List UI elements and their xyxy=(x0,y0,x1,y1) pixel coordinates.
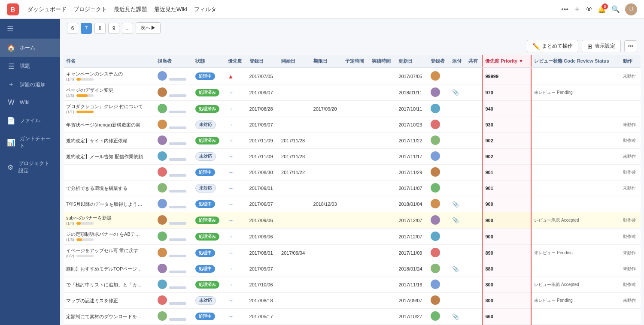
more-icon[interactable]: ••• xyxy=(561,6,568,13)
table-wrapper: 件名 担当者 状態 優先度 登録日 開始日 期限日 予定時間 実績時間 更新日 … xyxy=(60,55,644,325)
col-title[interactable]: 件名 xyxy=(64,55,155,68)
col-priority[interactable]: 優先度 xyxy=(225,55,247,68)
col-scheduled-hours[interactable]: 予定時間 xyxy=(343,55,369,68)
nav-recent-wiki[interactable]: 最近見たWiki xyxy=(154,6,187,13)
search-icon[interactable]: 🔍 xyxy=(611,5,620,13)
sidebar-item-home[interactable]: 🏠 ホーム xyxy=(0,39,60,57)
cell-attachment xyxy=(450,277,466,293)
nav-filter[interactable]: フィルタ xyxy=(194,6,216,13)
table-row[interactable]: ジの定額制訴求バナーの をABテストで変更 (1/3) 処理済み → 2017/… xyxy=(64,229,641,245)
cell-status: 処理中 xyxy=(193,309,225,325)
sidebar-label-files: ファイル xyxy=(20,117,40,124)
table-row[interactable]: で分析できる環境を構築する 未対応 → 2017/09/012017/11/07… xyxy=(64,181,641,196)
priority-arrow-icon: → xyxy=(228,169,234,176)
table-row[interactable]: プロダクション』クレジ 付について (1/1) 処理済み → 2017/08/2… xyxy=(64,101,641,117)
cell-action: 未動作 xyxy=(620,293,641,309)
sidebar-item-files[interactable]: 📄 ファイル xyxy=(0,111,60,130)
sidebar: ☰ 🏠 ホーム ☰ 課題 + 課題の追加 W Wiki 📄 ファイル 📊 ガント… xyxy=(0,19,60,325)
nav-projects[interactable]: プロジェクト xyxy=(73,6,107,13)
table-row[interactable]: イページをアップセル可 常に戻す (0/2) 処理中 → 2017/08/012… xyxy=(64,245,641,261)
cell-priority-arrow: → xyxy=(225,245,247,261)
table-row[interactable]: ページのデザイン変更 (2/3) 処理済み → 2017/09/072018/0… xyxy=(64,84,641,101)
priority-arrow-icon: → xyxy=(228,185,234,192)
cell-review xyxy=(531,133,620,149)
nav-recent-issues[interactable]: 最近見た課題 xyxy=(114,6,147,13)
table-row[interactable]: 顧則】おすすめモデルTOPページに定 ナーを置く 処理中 → 2017/09/0… xyxy=(64,261,641,277)
page-6[interactable]: 6 xyxy=(67,23,78,34)
cell-title: 年賀状ページ(/nenga)新構造案の実 xyxy=(64,117,155,133)
table-row[interactable]: 規約改定】サイト内修正依頼 処理済み → 2017/11/092017/11/2… xyxy=(64,133,641,149)
sidebar-label-settings: プロジェクト設定 xyxy=(18,160,53,175)
bulk-operation-button[interactable]: ✏️ まとめて操作 xyxy=(527,40,578,52)
table-row[interactable]: マップの記述ミスを修正 未対応 → 2017/08/182017/09/07 8… xyxy=(64,293,641,309)
page-8[interactable]: 8 xyxy=(94,23,106,34)
assignee-avatar xyxy=(158,71,167,81)
assignee-name-placeholder xyxy=(169,190,186,193)
cell-shared xyxy=(466,309,483,325)
action-status-text: 動作確 xyxy=(623,170,636,175)
sidebar-toggle[interactable]: ☰ xyxy=(0,19,60,39)
page-next-button[interactable]: 次へ▶ xyxy=(136,22,161,34)
col-actual-hours[interactable]: 実績時間 xyxy=(369,55,396,68)
page-7[interactable]: 7 xyxy=(81,23,92,34)
col-registrar[interactable]: 登録者 xyxy=(428,55,450,68)
cell-due xyxy=(311,212,343,229)
col-status[interactable]: 状態 xyxy=(193,55,225,68)
cell-shared xyxy=(466,117,483,133)
table-row[interactable]: で「検討中リストに追加」と「カン しようとして、左下の「今すぐログイ ログイン出… xyxy=(64,277,641,293)
registrar-avatar xyxy=(431,232,440,241)
cell-updated: 2017/11/17 xyxy=(396,149,428,165)
cell-attachment: 📎 xyxy=(450,84,466,101)
toolbar-more-button[interactable]: ••• xyxy=(624,40,637,52)
cell-shared xyxy=(466,212,483,229)
cell-status: 処理済み xyxy=(193,229,225,245)
cell-registered: 2017/08/01 xyxy=(247,245,279,261)
nav-dashboard[interactable]: ダッシュボード xyxy=(27,6,67,13)
col-attachment[interactable]: 添付 xyxy=(450,55,466,68)
page-9[interactable]: 9 xyxy=(108,23,119,34)
col-start[interactable]: 開始日 xyxy=(279,55,310,68)
cell-due xyxy=(311,165,343,181)
table-row[interactable]: キャンペーンのシステムの (1/4) 処理中 ▲ 2017/07/052017/… xyxy=(64,68,641,84)
plus-icon[interactable]: ＋ xyxy=(574,5,580,14)
cell-registered: 2017/11/09 xyxy=(247,133,279,149)
progress-bar-bg xyxy=(76,222,94,225)
assignee-avatar xyxy=(158,248,167,257)
cell-assignee xyxy=(155,68,193,84)
cell-updated: 2017/09/07 xyxy=(396,293,428,309)
display-settings-button[interactable]: ⊞ 表示設定 xyxy=(582,40,621,52)
col-shared[interactable]: 共有 xyxy=(466,55,483,68)
cell-status: 未対応 xyxy=(193,293,225,309)
sidebar-item-wiki[interactable]: W Wiki xyxy=(0,93,60,111)
cell-priority-arrow: → xyxy=(225,196,247,212)
sidebar-item-add-issue[interactable]: + 課題の追加 xyxy=(0,75,60,93)
cell-priority-arrow: → xyxy=(225,149,247,165)
eye-icon[interactable]: 👁 xyxy=(586,6,592,13)
cell-scheduled xyxy=(343,133,369,149)
user-avatar[interactable]: U xyxy=(625,3,637,15)
cell-title: 規約改定】サイト内修正依頼 xyxy=(64,133,155,149)
col-updated[interactable]: 更新日 xyxy=(396,55,428,68)
table-row[interactable]: 規約改定】メール告知 配信作業依頼 未対応 → 2017/11/092017/1… xyxy=(64,149,641,165)
table-row[interactable]: subへのバナーを新設 (1/4) 処理済み → 2017/09/062017/… xyxy=(64,212,641,229)
col-action[interactable]: 動作 xyxy=(620,55,641,68)
table-row[interactable]: 処理中 → 2017/08/302017/11/222017/11/29 901… xyxy=(64,165,641,181)
table-row[interactable]: 7年5月以降のデータを取得しようと がいる 処理中 → 2017/06/0720… xyxy=(64,196,641,212)
col-registered[interactable]: 登録日 xyxy=(247,55,279,68)
notification-icon[interactable]: 🔔 5 xyxy=(598,5,606,13)
cell-assignee xyxy=(155,196,193,212)
sidebar-item-settings[interactable]: ⚙ プロジェクト設定 xyxy=(0,155,60,180)
sidebar-item-gantt[interactable]: 📊 ガントチャート xyxy=(0,130,60,155)
sidebar-item-issues[interactable]: ☰ 課題 xyxy=(0,57,60,75)
col-priority-num[interactable]: 優先度 Priority ▼ xyxy=(482,55,531,68)
cell-assignee xyxy=(155,245,193,261)
table-row[interactable]: 年賀状ページ(/nenga)新構造案の実 未対応 → 2017/09/07201… xyxy=(64,117,641,133)
col-review-status[interactable]: レビュー状態 Code Review Status xyxy=(531,55,620,68)
col-due[interactable]: 期限日 xyxy=(311,55,343,68)
status-badge: 処理中 xyxy=(195,249,215,257)
cell-start xyxy=(279,181,310,196)
cell-shared xyxy=(466,229,483,245)
col-assignee[interactable]: 担当者 xyxy=(155,55,193,68)
table-row[interactable]: 定額制にて素材のダウンロードを試み エラーが表示される 処理中 → 2017/0… xyxy=(64,309,641,325)
cell-assignee xyxy=(155,181,193,196)
